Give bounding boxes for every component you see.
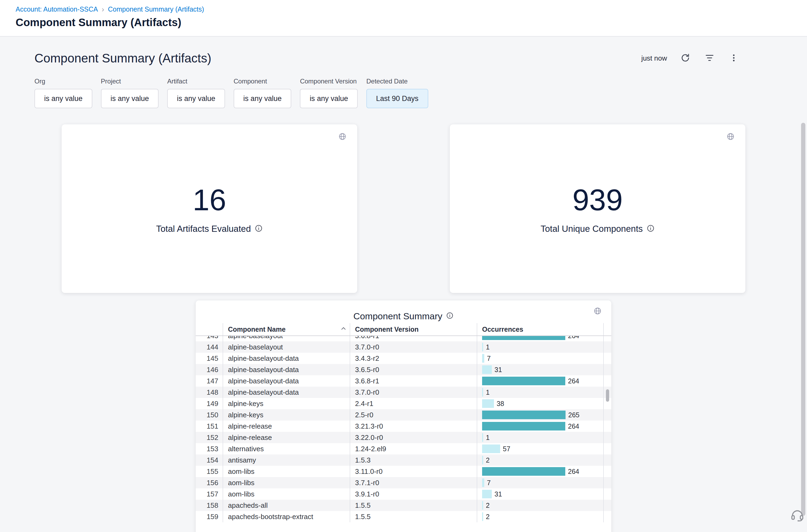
occurrence-value: 31 — [495, 490, 502, 498]
table-row[interactable]: 154antisamy1.5.32 — [196, 454, 611, 466]
row-gutter — [603, 375, 611, 386]
sort-ascending-icon[interactable] — [340, 325, 347, 334]
support-button[interactable] — [790, 508, 805, 523]
breadcrumb-current-link[interactable]: Component Summary (Artifacts) — [108, 5, 204, 13]
component-name-header-label: Component Name — [228, 325, 286, 333]
occurrence-bar — [482, 336, 565, 340]
filter-artifact-dropdown[interactable]: is any value — [167, 89, 225, 108]
table-row[interactable]: 146alpine-baselayout-data3.6.5-r031 — [196, 364, 611, 375]
dashboard-header: Component Summary (Artifacts) just now — [0, 50, 807, 67]
table-row[interactable]: 144alpine-baselayout3.7.0-r01 — [196, 341, 611, 353]
filter-project-dropdown[interactable]: is any value — [101, 89, 159, 108]
occurrences-cell: 264 — [477, 420, 603, 432]
page-scrollbar-thumb[interactable] — [801, 123, 805, 516]
breadcrumb-account-link[interactable]: Account: Automation-SSCA — [16, 5, 98, 13]
occurrences-cell: 1 — [477, 341, 603, 353]
component-version-cell: 3.6.8-r1 — [350, 336, 477, 341]
component-version-cell: 3.22.0-r0 — [350, 432, 477, 443]
filter-project: Project is any value — [101, 78, 159, 108]
dashboard-title: Component Summary (Artifacts) — [35, 51, 211, 65]
filter-icon — [705, 53, 715, 64]
occurrences-cell: 57 — [477, 443, 603, 454]
table-scrollbar-thumb[interactable] — [606, 389, 609, 402]
row-index: 144 — [196, 341, 223, 353]
occurrence-bar — [482, 411, 565, 419]
occurrence-value: 264 — [568, 336, 579, 340]
component-name-cell: alpine-baselayout-data — [223, 375, 350, 386]
filter-artifact: Artifact is any value — [167, 78, 225, 108]
total-artifacts-label: Total Artifacts Evaluated — [156, 224, 251, 234]
filter-button[interactable] — [704, 52, 715, 64]
row-index: 152 — [196, 432, 223, 443]
filter-component-version: Component Version is any value — [300, 78, 358, 108]
row-index: 155 — [196, 466, 223, 477]
component-version-cell: 3.6.5-r0 — [350, 364, 477, 375]
breadcrumb: Account: Automation-SSCA › Component Sum… — [16, 5, 807, 13]
table-header-gutter — [603, 323, 611, 336]
row-gutter — [603, 409, 611, 420]
filter-component-dropdown[interactable]: is any value — [234, 89, 291, 108]
table-row[interactable]: 157aom-libs3.9.1-r031 — [196, 488, 611, 500]
filter-detected-date-dropdown[interactable]: Last 90 Days — [366, 89, 428, 108]
occurrence-value: 2 — [486, 501, 489, 509]
occurrence-value: 264 — [568, 468, 579, 475]
table-row[interactable]: 149alpine-keys2.4-r138 — [196, 398, 611, 409]
kebab-menu-button[interactable] — [728, 52, 740, 64]
table-row[interactable]: 150alpine-keys2.5-r0265 — [196, 409, 611, 420]
component-version-cell: 3.4.3-r2 — [350, 353, 477, 364]
table-row[interactable]: 153alternatives1.24-2.el957 — [196, 443, 611, 454]
occurrences-cell: 31 — [477, 364, 603, 375]
component-version-cell: 1.5.3 — [350, 454, 477, 466]
component-version-cell: 3.21.3-r0 — [350, 420, 477, 432]
filter-org-dropdown[interactable]: is any value — [35, 89, 92, 108]
filter-label: Org — [35, 78, 92, 85]
table-row[interactable]: 152alpine-release3.22.0-r01 — [196, 432, 611, 443]
occurrence-bar — [482, 512, 483, 521]
page-title: Component Summary (Artifacts) — [16, 16, 807, 28]
row-gutter — [603, 420, 611, 432]
globe-icon[interactable] — [594, 307, 602, 316]
table-header-row: Component Name Component Version Occurre… — [196, 323, 611, 336]
filter-component-version-dropdown[interactable]: is any value — [300, 89, 358, 108]
row-index: 156 — [196, 477, 223, 488]
globe-icon[interactable] — [727, 132, 735, 141]
occurrence-value: 7 — [487, 479, 491, 487]
component-version-cell: 3.7.1-r0 — [350, 477, 477, 488]
occurrences-cell: 1 — [477, 386, 603, 398]
table-row[interactable]: 156aom-libs3.7.1-r07 — [196, 477, 611, 488]
info-icon[interactable] — [647, 224, 655, 233]
row-gutter — [603, 341, 611, 353]
table-row[interactable]: 145alpine-baselayout-data3.4.3-r27 — [196, 353, 611, 364]
occurrence-bar — [482, 478, 484, 487]
filter-org: Org is any value — [35, 78, 92, 108]
component-version-header[interactable]: Component Version — [350, 323, 477, 336]
occurrence-bar — [482, 377, 565, 385]
occurrence-value: 1 — [486, 343, 489, 351]
support-icon — [790, 508, 805, 523]
component-name-cell: alpine-baselayout-data — [223, 386, 350, 398]
component-version-cell: 3.7.0-r0 — [350, 386, 477, 398]
table-row[interactable]: 159apacheds-bootstrap-extract1.5.52 — [196, 511, 611, 522]
occurrences-header[interactable]: Occurrences — [477, 323, 603, 336]
total-artifacts-value: 16 — [193, 183, 226, 216]
info-icon[interactable] — [446, 312, 454, 320]
table-row[interactable]: 158apacheds-all1.5.52 — [196, 500, 611, 511]
table-row[interactable]: 143alpine-baselayout3.6.8-r1264 — [196, 336, 611, 341]
occurrence-bar — [482, 467, 565, 476]
row-index: 158 — [196, 500, 223, 511]
occurrence-value: 38 — [497, 400, 504, 407]
component-name-header[interactable]: Component Name — [223, 323, 350, 336]
component-version-cell: 3.6.8-r1 — [350, 375, 477, 386]
table-row[interactable]: 151alpine-release3.21.3-r0264 — [196, 420, 611, 432]
table-row[interactable]: 147alpine-baselayout-data3.6.8-r1264 — [196, 375, 611, 386]
table-row[interactable]: 155aom-libs3.11.0-r0264 — [196, 466, 611, 477]
row-gutter — [603, 466, 611, 477]
table-row[interactable]: 148alpine-baselayout-data3.7.0-r01 — [196, 386, 611, 398]
info-icon[interactable] — [255, 224, 263, 233]
filter-label: Component — [234, 78, 291, 85]
row-gutter — [603, 364, 611, 375]
globe-icon[interactable] — [338, 132, 346, 141]
refresh-button[interactable] — [679, 52, 691, 64]
top-header: Account: Automation-SSCA › Component Sum… — [0, 0, 807, 37]
occurrences-cell: 7 — [477, 353, 603, 364]
